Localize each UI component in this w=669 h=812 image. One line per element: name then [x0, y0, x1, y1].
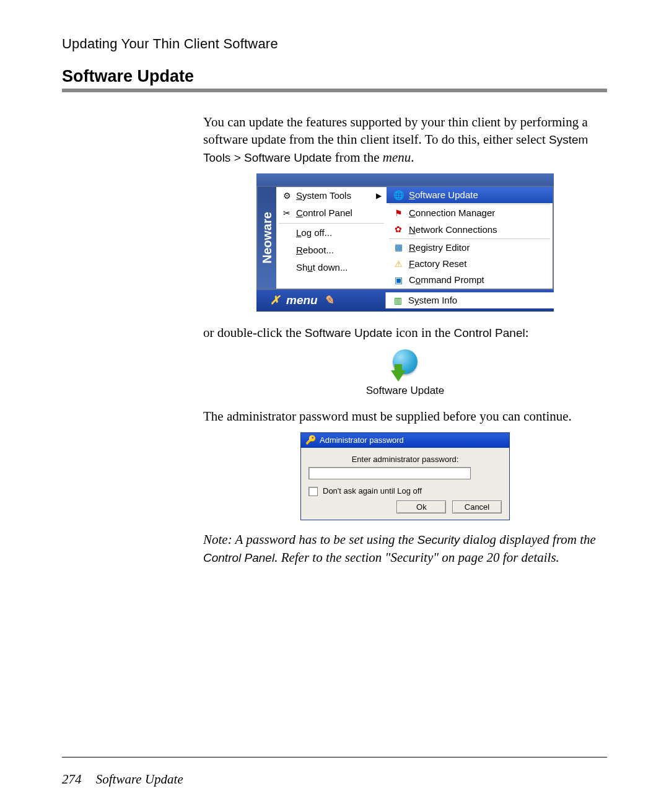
- menu-item-label: Reboot...: [296, 244, 334, 256]
- note-mid2: . Refer to the section "Security" on pag…: [274, 550, 559, 565]
- note-control-panel-word: Control Panel: [203, 551, 274, 564]
- menu-item-label: Connection Manager: [409, 207, 495, 219]
- note-security-word: Security: [418, 533, 460, 546]
- menu-item-system-tools[interactable]: ⚙ System Tools ▶: [276, 187, 387, 204]
- dialog-titlebar: 🔑 Administrator password: [301, 433, 509, 448]
- submenu-item-connection-manager[interactable]: ⚑ Connection Manager: [387, 205, 553, 221]
- dont-ask-label: Don't ask again until Log off: [323, 486, 422, 497]
- system-tools-submenu: 🌐 Software Update ⚑ Connection Manager ✿…: [387, 187, 553, 289]
- submenu-arrow-icon: ▶: [376, 191, 382, 201]
- submenu-item-network-connections[interactable]: ✿ Network Connections: [387, 222, 553, 238]
- software-update-icon[interactable]: [390, 349, 421, 380]
- menu-item-label: Control Panel: [296, 207, 352, 219]
- plug-icon: ⚑: [393, 207, 404, 219]
- tools-icon: ✂: [281, 207, 292, 219]
- menu-word: menu: [383, 150, 411, 165]
- submenu-item-software-update[interactable]: 🌐 Software Update: [387, 187, 553, 203]
- menu-item-control-panel[interactable]: ✂ Control Panel: [276, 204, 387, 222]
- key-icon: 🔑: [305, 435, 316, 446]
- footer-rule: [62, 757, 607, 757]
- menu-item-label: System Info: [408, 294, 457, 307]
- text-pre: or double-click the: [203, 325, 305, 340]
- submenu-item-command-prompt[interactable]: ▣ Command Prompt: [387, 272, 553, 288]
- menu-separator: [389, 204, 550, 204]
- network-icon: ✿: [393, 224, 404, 235]
- page-footer: 274 Software Update: [62, 772, 183, 787]
- intro-text-mid: from the: [332, 150, 383, 165]
- icon-name-text: Software Update: [305, 326, 393, 339]
- menu-item-label: Network Connections: [409, 224, 497, 236]
- control-panel-text: Control Panel: [454, 326, 525, 339]
- start-menu-left: ⚙ System Tools ▶ ✂ Control Panel Log off…: [276, 187, 387, 289]
- menu-titlebar: [256, 173, 554, 186]
- footer-title: Software Update: [96, 772, 183, 787]
- menu-item-label: Registry Editor: [409, 242, 470, 254]
- registry-icon: ▦: [393, 242, 404, 253]
- note-mid1: dialog displayed from the: [460, 532, 596, 547]
- taskbar: ✗ menu ✎ ▥ System Info: [256, 290, 554, 312]
- menu-item-log-off[interactable]: Log off...: [276, 224, 387, 242]
- software-update-icon-figure: Software Update: [203, 349, 607, 398]
- ok-button[interactable]: Ok: [396, 500, 446, 514]
- dont-ask-checkbox[interactable]: [308, 487, 318, 496]
- menu-separator: [389, 238, 550, 239]
- terminal-icon: ▣: [393, 274, 404, 286]
- text-mid: icon in the: [392, 325, 453, 340]
- note-paragraph: Note: A password has to be set using the…: [203, 531, 607, 566]
- intro-text-pre: You can update the features supported by…: [203, 115, 588, 147]
- download-arrow-icon: [391, 370, 406, 382]
- password-label: Enter administrator password:: [308, 454, 502, 465]
- page-number: 274: [62, 772, 82, 787]
- chapter-header: Updating Your Thin Client Software: [62, 36, 607, 52]
- double-click-paragraph: or double-click the Software Update icon…: [203, 324, 607, 341]
- start-button-label: menu: [286, 292, 318, 308]
- admin-password-paragraph: The administrator password must be suppl…: [203, 408, 607, 425]
- globe-arrow-icon: 🌐: [393, 190, 404, 201]
- intro-paragraph: You can update the features supported by…: [203, 113, 607, 166]
- section-title: Software Update: [62, 67, 607, 86]
- admin-password-dialog: 🔑 Administrator password Enter administr…: [301, 433, 509, 520]
- menu-item-label: Log off...: [296, 227, 332, 239]
- note-pre: Note: A password has to be set using the: [203, 532, 418, 547]
- gears-icon: ⚙: [281, 190, 292, 201]
- start-button[interactable]: ✗ menu ✎: [256, 290, 385, 312]
- password-input[interactable]: [308, 467, 471, 479]
- menu-item-reboot[interactable]: Reboot...: [276, 242, 387, 259]
- cancel-button[interactable]: Cancel: [452, 500, 502, 514]
- start-x-icon: ✗: [270, 292, 280, 308]
- menu-item-shut-down[interactable]: Shut down...: [276, 259, 387, 276]
- dialog-title-text: Administrator password: [320, 435, 404, 446]
- neoware-brand-bar: Neoware: [258, 187, 276, 289]
- warning-icon: ⚠: [393, 258, 404, 269]
- menu-screenshot: Neoware ⚙ System Tools ▶ ✂ Control Panel: [256, 173, 554, 312]
- menu-item-label: Command Prompt: [409, 274, 484, 286]
- text-post: :: [525, 325, 529, 340]
- info-icon: ▥: [392, 295, 403, 306]
- intro-text-post: .: [411, 150, 414, 165]
- section-rule: [62, 89, 607, 92]
- menu-item-label: Factory Reset: [409, 258, 466, 270]
- menu-item-label: Software Update: [409, 189, 478, 201]
- menu-item-label: System Tools: [296, 190, 351, 202]
- submenu-item-registry-editor[interactable]: ▦ Registry Editor: [387, 240, 553, 256]
- rocket-icon: ✎: [324, 292, 334, 308]
- submenu-item-system-info[interactable]: ▥ System Info: [385, 292, 554, 308]
- submenu-item-factory-reset[interactable]: ⚠ Factory Reset: [387, 256, 553, 272]
- menu-item-label: Shut down...: [296, 261, 348, 274]
- software-update-icon-caption: Software Update: [203, 384, 607, 398]
- menu-separator: [279, 223, 384, 224]
